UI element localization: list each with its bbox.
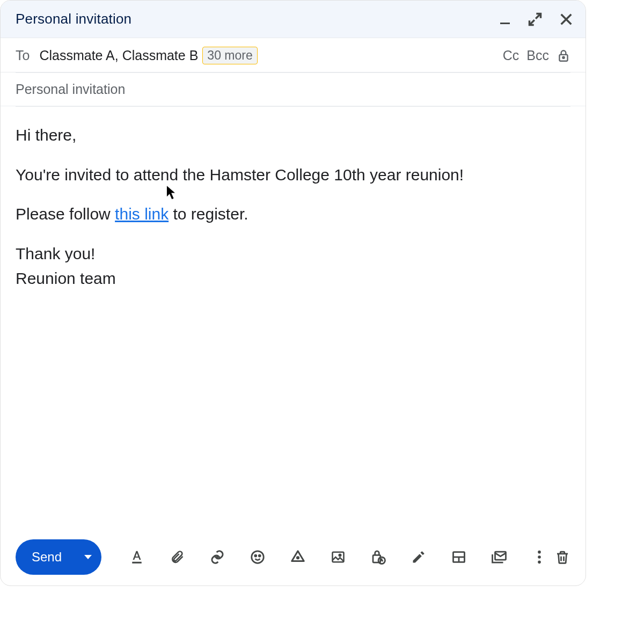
recipients-row[interactable]: To Classmate A, Classmate B 30 more Cc B… <box>1 38 586 72</box>
pen-icon <box>411 550 426 565</box>
compose-window: Personal invitation To Classmate A, Clas… <box>0 0 586 586</box>
trash-icon <box>554 549 570 565</box>
body-line2: Please follow this link to register. <box>16 202 570 226</box>
svg-rect-0 <box>500 23 510 24</box>
message-body[interactable]: Hi there, You're invited to attend the H… <box>1 107 586 532</box>
link-icon <box>209 549 225 565</box>
discard-draft-button[interactable] <box>554 549 570 565</box>
body-line1: You're invited to attend the Hamster Col… <box>16 163 570 187</box>
more-options-icon <box>537 550 541 565</box>
send-options-dropdown[interactable] <box>75 539 101 575</box>
close-icon <box>559 12 574 27</box>
paperclip-icon <box>170 550 185 565</box>
minimize-icon <box>499 13 511 26</box>
titlebar-controls <box>499 12 574 27</box>
layout-button[interactable] <box>449 547 469 567</box>
close-button[interactable] <box>559 12 574 27</box>
send-button[interactable]: Send <box>16 539 101 575</box>
text-format-button[interactable] <box>127 547 147 567</box>
subject-value: Personal invitation <box>16 82 125 97</box>
insert-link-button[interactable] <box>208 547 227 567</box>
cc-button[interactable]: Cc <box>503 48 519 63</box>
body-signature: Thank you! Reunion team <box>16 241 570 291</box>
mail-button[interactable] <box>489 547 509 567</box>
body-signoff: Reunion team <box>16 269 116 287</box>
svg-point-8 <box>297 557 298 559</box>
insert-image-button[interactable] <box>328 547 348 567</box>
body-line2-post: to register. <box>169 205 248 223</box>
compose-toolbar: Send <box>1 532 586 586</box>
body-greeting: Hi there, <box>16 123 570 148</box>
image-icon <box>331 550 346 565</box>
svg-point-17 <box>538 551 541 554</box>
svg-point-18 <box>538 555 541 559</box>
mail-icon <box>491 549 507 565</box>
layout-icon <box>451 550 466 565</box>
fullscreen-icon <box>528 12 543 27</box>
send-button-label: Send <box>32 550 75 565</box>
chevron-down-icon <box>84 555 92 559</box>
minimize-button[interactable] <box>499 13 511 26</box>
signature-button[interactable] <box>409 547 428 567</box>
more-recipients-chip[interactable]: 30 more <box>202 47 257 64</box>
bcc-button[interactable]: Bcc <box>526 48 549 63</box>
register-link[interactable]: this link <box>115 205 169 223</box>
svg-point-19 <box>538 561 541 564</box>
confidential-icon <box>370 549 386 565</box>
subject-field[interactable]: Personal invitation <box>1 73 586 106</box>
svg-point-7 <box>259 555 260 557</box>
mouse-cursor-icon <box>166 185 178 201</box>
body-line2-pre: Please follow <box>16 205 115 223</box>
formatting-icons <box>127 547 549 567</box>
more-options-button[interactable] <box>530 547 549 567</box>
lock-button[interactable] <box>557 49 570 63</box>
to-label: To <box>16 48 30 63</box>
titlebar: Personal invitation <box>1 1 586 38</box>
recipients-list[interactable]: Classmate A, Classmate B 30 more <box>39 47 493 64</box>
svg-rect-3 <box>132 562 142 564</box>
lock-icon <box>557 49 570 63</box>
recipient-names: Classmate A, Classmate B <box>39 48 198 63</box>
body-thank: Thank you! <box>16 245 95 262</box>
fullscreen-button[interactable] <box>528 12 543 27</box>
svg-point-5 <box>252 551 264 564</box>
svg-point-6 <box>255 555 257 557</box>
window-title: Personal invitation <box>16 11 499 27</box>
text-format-icon <box>129 549 145 565</box>
emoji-icon <box>250 549 266 565</box>
cc-bcc-group: Cc Bcc <box>503 48 570 63</box>
svg-point-2 <box>562 56 564 58</box>
drive-icon <box>290 549 306 565</box>
emoji-button[interactable] <box>248 547 267 567</box>
confidential-mode-button[interactable] <box>369 547 388 567</box>
drive-button[interactable] <box>288 547 308 567</box>
svg-point-10 <box>339 554 341 557</box>
attach-button[interactable] <box>167 547 187 567</box>
